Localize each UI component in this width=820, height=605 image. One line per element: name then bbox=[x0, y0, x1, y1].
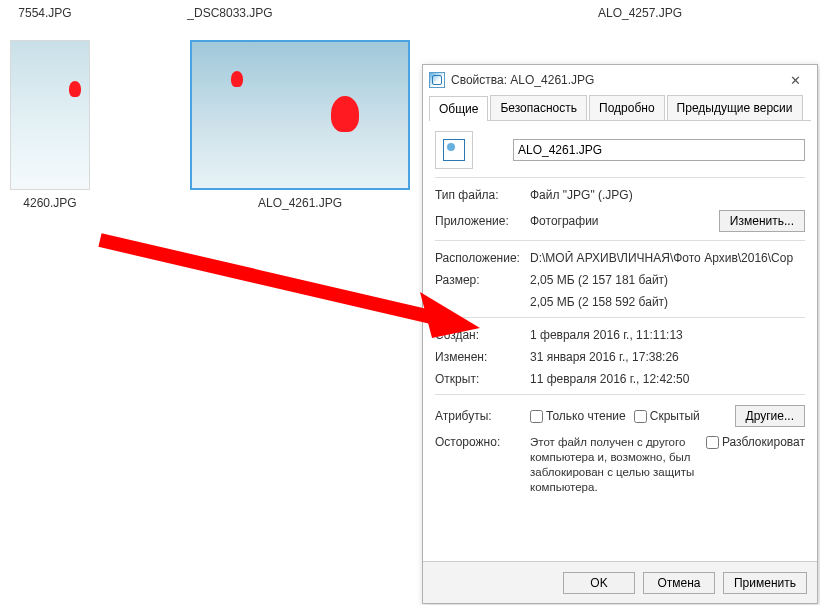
value-security: Этот файл получен с другого компьютера и… bbox=[530, 435, 700, 495]
label-attributes: Атрибуты: bbox=[435, 409, 530, 423]
value-modified: 31 января 2016 г., 17:38:26 bbox=[530, 350, 805, 364]
tab-strip: Общие Безопасность Подробно Предыдущие в… bbox=[429, 95, 811, 121]
dialog-title: Свойства: ALO_4261.JPG bbox=[451, 73, 779, 87]
value-accessed: 11 февраля 2016 г., 12:42:50 bbox=[530, 372, 805, 386]
thumb-caption: _DSC8033.JPG bbox=[187, 6, 272, 20]
dialog-content: Тип файла: Файл "JPG" (.JPG) Приложение:… bbox=[423, 121, 817, 561]
label-accessed: Открыт: bbox=[435, 372, 530, 386]
thumb-caption: ALO_4261.JPG bbox=[258, 196, 342, 210]
label-location: Расположение: bbox=[435, 251, 530, 265]
label-size: Размер: bbox=[435, 273, 530, 287]
value-location: D:\МОЙ АРХИВ\ЛИЧНАЯ\Фото Архив\2016\Cop bbox=[530, 251, 805, 265]
close-icon[interactable]: ✕ bbox=[779, 69, 811, 91]
checkbox-hidden[interactable]: Скрытый bbox=[634, 409, 700, 423]
label-filetype: Тип файла: bbox=[435, 188, 530, 202]
file-icon bbox=[435, 131, 473, 169]
dialog-footer: OK Отмена Применить bbox=[423, 561, 817, 603]
label-modified: Изменен: bbox=[435, 350, 530, 364]
checkbox-unblock[interactable]: Разблокироват bbox=[706, 435, 805, 449]
dialog-titlebar[interactable]: Свойства: ALO_4261.JPG ✕ bbox=[423, 65, 817, 95]
value-filetype: Файл "JPG" (.JPG) bbox=[530, 188, 805, 202]
change-button[interactable]: Изменить... bbox=[719, 210, 805, 232]
value-app: Фотографии bbox=[530, 214, 719, 228]
thumb-caption: 7554.JPG bbox=[18, 6, 71, 20]
file-thumb-selected[interactable]: ALO_4261.JPG bbox=[190, 40, 410, 210]
checkbox-readonly[interactable]: Только чтение bbox=[530, 409, 626, 423]
label-created: Создан: bbox=[435, 328, 530, 342]
thumb-caption: 4260.JPG bbox=[23, 196, 76, 210]
properties-dialog: Свойства: ALO_4261.JPG ✕ Общие Безопасно… bbox=[422, 64, 818, 604]
tab-previous[interactable]: Предыдущие версии bbox=[667, 95, 803, 120]
tab-details[interactable]: Подробно bbox=[589, 95, 665, 120]
tab-general[interactable]: Общие bbox=[429, 96, 488, 121]
other-button[interactable]: Другие... bbox=[735, 405, 805, 427]
apply-button[interactable]: Применить bbox=[723, 572, 807, 594]
cancel-button[interactable]: Отмена bbox=[643, 572, 715, 594]
value-ondisk: 2,05 МБ (2 158 592 байт) bbox=[530, 295, 805, 309]
label-security: Осторожно: bbox=[435, 435, 530, 449]
file-thumb[interactable]: 4260.JPG bbox=[10, 40, 90, 210]
image-file-icon bbox=[429, 72, 445, 88]
value-created: 1 февраля 2016 г., 11:11:13 bbox=[530, 328, 805, 342]
tab-security[interactable]: Безопасность bbox=[490, 95, 587, 120]
ok-button[interactable]: OK bbox=[563, 572, 635, 594]
thumb-caption: ALO_4257.JPG bbox=[598, 6, 682, 20]
filename-input[interactable] bbox=[513, 139, 805, 161]
value-size: 2,05 МБ (2 157 181 байт) bbox=[530, 273, 805, 287]
label-app: Приложение: bbox=[435, 214, 530, 228]
